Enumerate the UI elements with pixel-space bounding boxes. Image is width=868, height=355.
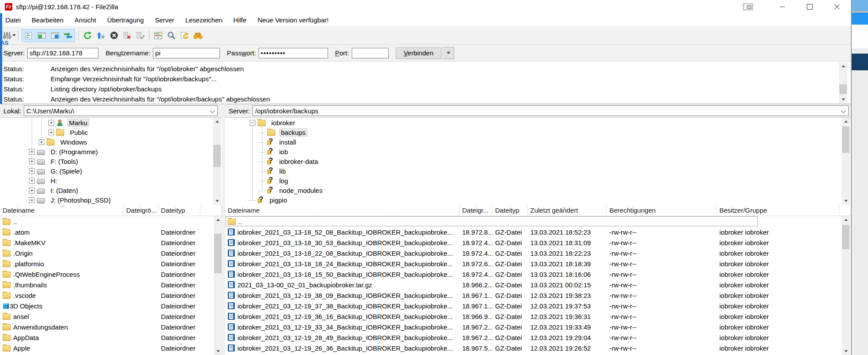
tree-item[interactable]: Windows [0, 137, 222, 147]
scroll-up-icon[interactable] [214, 216, 222, 224]
scroll-down-icon[interactable] [842, 197, 850, 205]
tree-expander[interactable] [259, 178, 265, 184]
scroll-thumb[interactable] [842, 225, 850, 249]
tree-expander[interactable] [29, 188, 35, 193]
table-row[interactable]: iobroker_2021_03_13-18_15_50_Backitup_IO… [225, 269, 851, 279]
scroll-up-icon[interactable] [839, 62, 847, 70]
table-row[interactable]: .platformio Dateiordner [0, 258, 222, 269]
refresh-icon[interactable] [81, 29, 94, 42]
remote-path-combobox[interactable]: /opt/iobroker/backups [252, 105, 849, 116]
scroll-down-icon[interactable] [214, 348, 222, 355]
process-queue-icon[interactable] [94, 29, 107, 42]
tree-label[interactable]: Marku [68, 119, 89, 127]
scroll-thumb[interactable] [839, 84, 847, 94]
table-row[interactable]: iobroker_2021_03_13-18_18_24_Backitup_IO… [225, 258, 851, 269]
table-row[interactable]: .Origin Dateiordner [0, 248, 222, 258]
tree-expander[interactable] [29, 178, 35, 184]
scroll-thumb[interactable] [842, 127, 850, 153]
tree-item[interactable]: node_modules [225, 185, 851, 195]
table-row[interactable]: iobroker_2021_03_12-19_26_36_Backitup_IO… [225, 343, 851, 353]
connect-dropdown-icon[interactable] [442, 47, 454, 59]
table-row[interactable]: Anwendungsdaten Dateiordner [0, 322, 222, 332]
scroll-up-icon[interactable] [213, 118, 221, 125]
toggle-transfer-queue-icon[interactable] [62, 29, 75, 42]
synchronized-browsing-icon[interactable] [165, 29, 178, 42]
menu-item[interactable]: Neue Version verfügbar! [258, 16, 329, 24]
table-row[interactable]: iobroker_2021_03_13-18_22_08_Backitup_IO… [225, 248, 851, 258]
tree-item[interactable]: iobroker [225, 118, 851, 127]
tree-item[interactable]: backups [225, 127, 851, 137]
log-scrollbar[interactable] [839, 62, 847, 103]
pane-splitter[interactable] [222, 104, 225, 355]
site-manager-dropdown-icon[interactable] [12, 34, 16, 36]
directory-comparison-icon[interactable] [152, 29, 165, 42]
tree-expander[interactable] [250, 120, 255, 126]
tree-label[interactable]: J: (Photoshop_SSD) [49, 196, 112, 204]
tree-label[interactable]: lib [278, 167, 287, 175]
cancel-icon[interactable] [107, 29, 120, 42]
column-header-permissions[interactable]: Berechtigungen [607, 205, 717, 216]
table-row[interactable]: .. [0, 216, 222, 227]
table-row[interactable]: .vscode Dateiordner [0, 290, 222, 301]
tree-item[interactable]: log [225, 176, 851, 185]
table-row[interactable]: AppData Dateiordner [0, 332, 222, 343]
tree-expander[interactable] [259, 149, 265, 155]
title-bar[interactable]: Fz sftp://pi@192.168.178.42 - FileZilla [0, 0, 851, 13]
tree-label[interactable]: I: (Daten) [49, 187, 80, 194]
close-button[interactable] [827, 0, 847, 13]
tree-expander[interactable] [48, 120, 54, 126]
tree-label[interactable]: iobroker [270, 119, 296, 127]
tree-item[interactable]: D: (Programme) [0, 147, 222, 156]
tree-expander[interactable] [259, 139, 265, 145]
tree-label[interactable]: Public [69, 129, 89, 136]
scroll-thumb[interactable] [214, 234, 222, 273]
table-row[interactable]: .atom Dateiordner [0, 227, 222, 237]
chevron-down-icon[interactable] [841, 108, 846, 113]
tree-label[interactable]: log [278, 177, 289, 185]
table-row[interactable]: iobroker_2021_03_13-18_30_53_Backitup_IO… [225, 237, 851, 248]
table-row[interactable]: iobroker_2021_03_13-18_52_08_Backitup_IO… [225, 227, 851, 237]
scroll-down-icon[interactable] [213, 197, 221, 205]
tree-expander[interactable] [29, 197, 35, 203]
menu-item[interactable]: Übertragung [107, 16, 144, 24]
table-row[interactable]: ansel Dateiordner [0, 311, 222, 322]
table-row[interactable]: iobroker_2021_03_12-19_37_38_Backitup_IO… [225, 301, 851, 311]
column-header-size[interactable]: Dateigr... [460, 205, 492, 216]
remote-list-scrollbar[interactable] [842, 216, 850, 355]
tree-item[interactable]: I: (Daten) [0, 185, 222, 195]
table-row[interactable]: iobroker_2021_03_12-19_33_34_Backitup_IO… [225, 322, 851, 332]
tree-item[interactable]: pigpio [225, 195, 851, 205]
tree-label[interactable]: backups [280, 129, 307, 136]
tree-label[interactable]: install [278, 138, 297, 146]
tree-expander[interactable] [259, 159, 265, 164]
column-header-name[interactable]: Dateiname [225, 205, 460, 216]
tree-expander[interactable] [250, 197, 255, 203]
tree-item[interactable]: Public [0, 127, 222, 137]
table-row[interactable]: .thumbnails Dateiordner [0, 279, 222, 290]
tree-item[interactable]: install [225, 137, 851, 147]
scroll-thumb[interactable] [213, 145, 221, 167]
tree-label[interactable]: G: (Spiele) [49, 167, 84, 175]
menu-item[interactable]: Ansicht [75, 16, 96, 24]
port-input[interactable] [352, 48, 389, 58]
tree-item[interactable]: Marku [0, 118, 222, 127]
tree-label[interactable]: H: [49, 177, 58, 185]
tree-item[interactable]: G: (Spiele) [0, 166, 222, 176]
menu-item[interactable]: Bearbeiten [32, 16, 64, 24]
local-tree-scrollbar[interactable] [213, 118, 221, 205]
menu-item[interactable]: Server [155, 16, 174, 24]
tree-expander[interactable] [259, 188, 265, 193]
maximize-button[interactable] [799, 0, 820, 13]
tree-expander[interactable] [259, 168, 265, 174]
table-row[interactable]: iobroker_2021_03_12-19_36_16_Backitup_IO… [225, 311, 851, 322]
tree-label[interactable]: D: (Programme) [49, 148, 99, 156]
tree-item[interactable]: iobroker-data [225, 156, 851, 166]
tree-label[interactable]: pigpio [268, 196, 288, 204]
minimize-button[interactable] [772, 0, 792, 13]
username-input[interactable] [153, 48, 220, 58]
table-row[interactable]: .. [225, 216, 851, 227]
toggle-local-tree-icon[interactable] [35, 29, 48, 42]
refresh-directory-listing-icon[interactable] [178, 29, 191, 42]
tree-label[interactable]: Windows [59, 138, 88, 146]
table-row[interactable]: 3D Objects Dateiordner [0, 301, 222, 311]
